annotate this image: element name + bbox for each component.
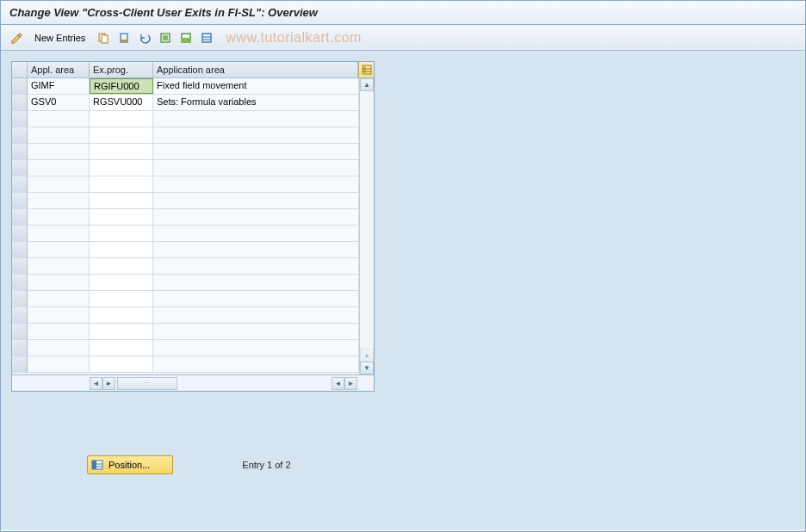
column-header-ex-prog[interactable]: Ex.prog. [90,62,153,77]
empty-cell[interactable] [28,275,90,290]
empty-cell[interactable] [153,209,359,225]
empty-cell[interactable] [153,111,359,127]
row-selector[interactable] [12,356,28,372]
empty-cell[interactable] [90,275,153,290]
scroll-up-icon[interactable]: ▲ [360,78,374,91]
empty-cell[interactable] [90,307,153,323]
empty-cell[interactable] [90,111,153,127]
row-selector[interactable] [12,324,28,339]
empty-cell[interactable] [90,324,153,339]
table-settings-icon[interactable] [358,62,374,77]
empty-cell[interactable] [90,258,153,274]
vertical-scrollbar[interactable]: ▲ ▲ ▼ [359,78,374,374]
table-row[interactable] [12,193,359,209]
empty-cell[interactable] [153,275,359,290]
table-row[interactable] [12,340,359,356]
row-selector[interactable] [12,209,28,225]
empty-cell[interactable] [153,193,359,208]
select-all-icon[interactable] [157,29,174,46]
empty-cell[interactable] [28,160,90,176]
table-row[interactable] [12,160,359,176]
empty-cell[interactable] [153,307,359,323]
cell-ex-prog[interactable]: RGSVU000 [90,95,153,110]
cell-ex-prog[interactable]: RGIFU000 [90,78,153,94]
empty-cell[interactable] [90,356,153,372]
empty-cell[interactable] [153,144,359,159]
new-entries-button[interactable]: New Entries [28,28,91,47]
empty-cell[interactable] [153,340,359,356]
hscroll-right-icon[interactable]: ► [102,377,115,390]
corner-cell[interactable] [12,62,28,77]
scroll-down-icon[interactable]: ▼ [360,362,374,374]
table-row[interactable] [12,307,359,324]
table-row[interactable] [12,176,359,193]
hscroll-left-icon[interactable]: ◄ [90,377,102,390]
row-selector[interactable] [12,193,28,208]
empty-cell[interactable] [28,356,90,372]
table-row[interactable] [12,291,359,307]
empty-cell[interactable] [90,340,153,356]
table-row[interactable] [12,144,359,160]
table-row[interactable] [12,111,359,127]
table-row[interactable] [12,356,359,373]
deselect-all-icon[interactable] [198,29,215,46]
undo-icon[interactable] [136,29,153,46]
empty-cell[interactable] [153,176,359,192]
empty-cell[interactable] [28,176,90,192]
empty-cell[interactable] [153,324,359,339]
empty-cell[interactable] [28,144,90,159]
empty-cell[interactable] [28,127,90,143]
empty-cell[interactable] [90,127,153,143]
scroll-down-dim-icon[interactable]: ▲ [360,349,374,362]
empty-cell[interactable] [28,258,90,274]
empty-cell[interactable] [90,226,153,241]
empty-cell[interactable] [90,144,153,159]
hscroll-right2-icon[interactable]: ► [344,377,357,390]
cell-appl-area[interactable]: GIMF [28,78,90,94]
empty-cell[interactable] [28,324,90,339]
row-selector[interactable] [12,176,28,192]
empty-cell[interactable] [28,291,90,306]
row-selector[interactable] [12,242,28,257]
row-selector[interactable] [12,78,28,94]
empty-cell[interactable] [28,193,90,208]
cell-application-area[interactable]: Fixed field movement [153,78,359,94]
table-row[interactable] [12,226,359,242]
row-selector[interactable] [12,95,28,110]
empty-cell[interactable] [153,160,359,176]
empty-cell[interactable] [90,209,153,225]
empty-cell[interactable] [153,291,359,306]
table-row[interactable] [12,275,359,291]
empty-cell[interactable] [153,127,359,143]
position-button[interactable]: Position... [87,455,173,474]
empty-cell[interactable] [153,356,359,372]
table-row[interactable] [12,209,359,226]
table-row[interactable] [12,324,359,340]
hscroll-left2-icon[interactable]: ◄ [332,377,344,390]
row-selector[interactable] [12,111,28,127]
empty-cell[interactable] [28,111,90,127]
table-row[interactable]: GSV0RGSVU000Sets: Formula variables [12,95,359,111]
row-selector[interactable] [12,160,28,176]
row-selector[interactable] [12,144,28,159]
empty-cell[interactable] [28,226,90,241]
empty-cell[interactable] [28,340,90,356]
row-selector[interactable] [12,275,28,290]
empty-cell[interactable] [90,160,153,176]
row-selector[interactable] [12,291,28,306]
empty-cell[interactable] [90,193,153,208]
row-selector[interactable] [12,258,28,274]
empty-cell[interactable] [28,242,90,257]
empty-cell[interactable] [153,242,359,257]
empty-cell[interactable] [28,209,90,225]
toggle-edit-icon[interactable] [8,29,25,46]
cell-appl-area[interactable]: GSV0 [28,95,90,110]
empty-cell[interactable] [90,291,153,306]
table-row[interactable] [12,258,359,275]
empty-cell[interactable] [153,226,359,241]
row-selector[interactable] [12,226,28,241]
row-selector[interactable] [12,340,28,356]
hscroll-thumb[interactable]: ⋯ [117,377,177,390]
column-header-appl-area[interactable]: Appl. area [28,62,90,77]
empty-cell[interactable] [153,258,359,274]
